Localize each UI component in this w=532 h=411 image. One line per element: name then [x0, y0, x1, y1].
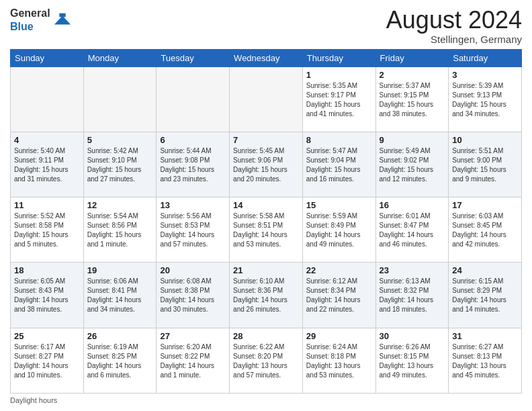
day-number: 3 [452, 70, 518, 80]
calendar-cell: 6Sunrise: 5:44 AM Sunset: 9:08 PM Daylig… [157, 132, 230, 197]
calendar-cell: 19Sunrise: 6:06 AM Sunset: 8:41 PM Dayli… [83, 263, 157, 328]
day-number: 16 [380, 200, 445, 210]
svg-rect-1 [59, 13, 65, 17]
weekday-header-row: SundayMondayTuesdayWednesdayThursdayFrid… [11, 49, 522, 66]
day-number: 29 [306, 331, 372, 341]
day-number: 31 [452, 331, 518, 341]
calendar-week-row: 25Sunrise: 6:17 AM Sunset: 8:27 PM Dayli… [11, 328, 522, 393]
calendar-cell: 27Sunrise: 6:20 AM Sunset: 8:22 PM Dayli… [157, 328, 230, 393]
svg-marker-0 [54, 15, 70, 24]
day-number: 1 [306, 70, 372, 80]
title-block: August 2024 Stellingen, Germany [386, 7, 522, 45]
calendar-cell: 26Sunrise: 6:19 AM Sunset: 8:25 PM Dayli… [83, 328, 157, 393]
day-info: Sunrise: 6:08 AM Sunset: 8:38 PM Dayligh… [160, 277, 226, 314]
day-info: Sunrise: 5:39 AM Sunset: 9:13 PM Dayligh… [452, 81, 518, 119]
day-info: Sunrise: 5:40 AM Sunset: 9:11 PM Dayligh… [14, 146, 80, 184]
weekday-header-friday: Friday [375, 49, 449, 66]
day-info: Sunrise: 6:24 AM Sunset: 8:18 PM Dayligh… [306, 342, 372, 380]
day-info: Sunrise: 5:56 AM Sunset: 8:53 PM Dayligh… [160, 212, 226, 249]
day-info: Sunrise: 6:17 AM Sunset: 8:27 PM Dayligh… [14, 342, 80, 380]
day-number: 30 [380, 331, 445, 341]
day-info: Sunrise: 5:58 AM Sunset: 8:51 PM Dayligh… [233, 212, 299, 249]
calendar-cell: 12Sunrise: 5:54 AM Sunset: 8:56 PM Dayli… [83, 197, 157, 263]
month-title: August 2024 [386, 7, 522, 34]
day-number: 11 [14, 200, 80, 210]
calendar-cell: 23Sunrise: 6:13 AM Sunset: 8:32 PM Dayli… [375, 263, 449, 328]
day-number: 20 [160, 265, 226, 275]
header: General Blue August 2024 Stellingen, Ger… [10, 7, 522, 45]
calendar-cell: 31Sunrise: 6:27 AM Sunset: 8:13 PM Dayli… [449, 328, 522, 393]
calendar-cell: 24Sunrise: 6:15 AM Sunset: 8:29 PM Dayli… [449, 263, 522, 328]
calendar-cell: 22Sunrise: 6:12 AM Sunset: 8:34 PM Dayli… [302, 263, 375, 328]
day-number: 12 [87, 200, 153, 210]
day-info: Sunrise: 6:27 AM Sunset: 8:13 PM Dayligh… [452, 342, 518, 380]
page: General Blue August 2024 Stellingen, Ger… [0, 0, 532, 411]
day-info: Sunrise: 5:45 AM Sunset: 9:06 PM Dayligh… [233, 146, 299, 184]
calendar-cell [230, 66, 303, 132]
day-number: 28 [233, 331, 299, 341]
calendar-week-row: 18Sunrise: 6:05 AM Sunset: 8:43 PM Dayli… [11, 263, 522, 328]
calendar-cell: 7Sunrise: 5:45 AM Sunset: 9:06 PM Daylig… [230, 132, 303, 197]
calendar-cell: 5Sunrise: 5:42 AM Sunset: 9:10 PM Daylig… [83, 132, 157, 197]
calendar-cell: 8Sunrise: 5:47 AM Sunset: 9:04 PM Daylig… [302, 132, 375, 197]
day-info: Sunrise: 5:54 AM Sunset: 8:56 PM Dayligh… [87, 212, 153, 249]
calendar-week-row: 11Sunrise: 5:52 AM Sunset: 8:58 PM Dayli… [11, 197, 522, 263]
day-number: 10 [452, 135, 518, 145]
calendar-cell: 21Sunrise: 6:10 AM Sunset: 8:36 PM Dayli… [230, 263, 303, 328]
weekday-header-monday: Monday [83, 49, 157, 66]
day-number: 22 [306, 265, 372, 275]
day-info: Sunrise: 5:44 AM Sunset: 9:08 PM Dayligh… [160, 146, 226, 184]
day-number: 9 [380, 135, 445, 145]
calendar-cell [83, 66, 157, 132]
calendar-cell: 1Sunrise: 5:35 AM Sunset: 9:17 PM Daylig… [302, 66, 375, 132]
weekday-header-tuesday: Tuesday [157, 49, 230, 66]
day-info: Sunrise: 6:19 AM Sunset: 8:25 PM Dayligh… [87, 342, 153, 380]
calendar-cell: 3Sunrise: 5:39 AM Sunset: 9:13 PM Daylig… [449, 66, 522, 132]
day-number: 15 [306, 200, 372, 210]
day-info: Sunrise: 6:03 AM Sunset: 8:45 PM Dayligh… [452, 212, 518, 249]
day-number: 5 [87, 135, 153, 145]
day-info: Sunrise: 6:01 AM Sunset: 8:47 PM Dayligh… [380, 212, 445, 249]
day-number: 21 [233, 265, 299, 275]
day-info: Sunrise: 5:42 AM Sunset: 9:10 PM Dayligh… [87, 146, 153, 184]
logo-blue-text: Blue [10, 21, 34, 32]
day-info: Sunrise: 6:22 AM Sunset: 8:20 PM Dayligh… [233, 342, 299, 380]
calendar-cell: 18Sunrise: 6:05 AM Sunset: 8:43 PM Dayli… [11, 263, 84, 328]
day-number: 17 [452, 200, 518, 210]
day-number: 26 [87, 331, 153, 341]
calendar-cell: 30Sunrise: 6:26 AM Sunset: 8:15 PM Dayli… [375, 328, 449, 393]
calendar-cell: 9Sunrise: 5:49 AM Sunset: 9:02 PM Daylig… [375, 132, 449, 197]
location: Stellingen, Germany [386, 34, 522, 45]
calendar-cell: 17Sunrise: 6:03 AM Sunset: 8:45 PM Dayli… [449, 197, 522, 263]
day-info: Sunrise: 5:37 AM Sunset: 9:15 PM Dayligh… [380, 81, 445, 119]
day-number: 23 [380, 265, 445, 275]
calendar-cell: 28Sunrise: 6:22 AM Sunset: 8:20 PM Dayli… [230, 328, 303, 393]
calendar-cell: 25Sunrise: 6:17 AM Sunset: 8:27 PM Dayli… [11, 328, 84, 393]
logo-icon [53, 11, 72, 30]
day-info: Sunrise: 5:47 AM Sunset: 9:04 PM Dayligh… [306, 146, 372, 184]
calendar-cell: 20Sunrise: 6:08 AM Sunset: 8:38 PM Dayli… [157, 263, 230, 328]
day-number: 25 [14, 331, 80, 341]
day-number: 19 [87, 265, 153, 275]
day-info: Sunrise: 6:12 AM Sunset: 8:34 PM Dayligh… [306, 277, 372, 314]
calendar-cell [157, 66, 230, 132]
day-info: Sunrise: 5:59 AM Sunset: 8:49 PM Dayligh… [306, 212, 372, 249]
day-number: 24 [452, 265, 518, 275]
day-info: Sunrise: 6:13 AM Sunset: 8:32 PM Dayligh… [380, 277, 445, 314]
day-number: 18 [14, 265, 80, 275]
day-info: Sunrise: 6:06 AM Sunset: 8:41 PM Dayligh… [87, 277, 153, 314]
day-info: Sunrise: 5:52 AM Sunset: 8:58 PM Dayligh… [14, 212, 80, 249]
footer-note: Daylight hours [10, 396, 522, 404]
day-info: Sunrise: 6:15 AM Sunset: 8:29 PM Dayligh… [452, 277, 518, 314]
day-number: 7 [233, 135, 299, 145]
day-info: Sunrise: 5:35 AM Sunset: 9:17 PM Dayligh… [306, 81, 372, 119]
calendar-cell: 10Sunrise: 5:51 AM Sunset: 9:00 PM Dayli… [449, 132, 522, 197]
day-number: 27 [160, 331, 226, 341]
weekday-header-saturday: Saturday [449, 49, 522, 66]
day-number: 14 [233, 200, 299, 210]
day-number: 2 [380, 70, 445, 80]
logo: General Blue [10, 7, 72, 34]
calendar-cell: 29Sunrise: 6:24 AM Sunset: 8:18 PM Dayli… [302, 328, 375, 393]
weekday-header-wednesday: Wednesday [230, 49, 303, 66]
day-info: Sunrise: 5:51 AM Sunset: 9:00 PM Dayligh… [452, 146, 518, 184]
